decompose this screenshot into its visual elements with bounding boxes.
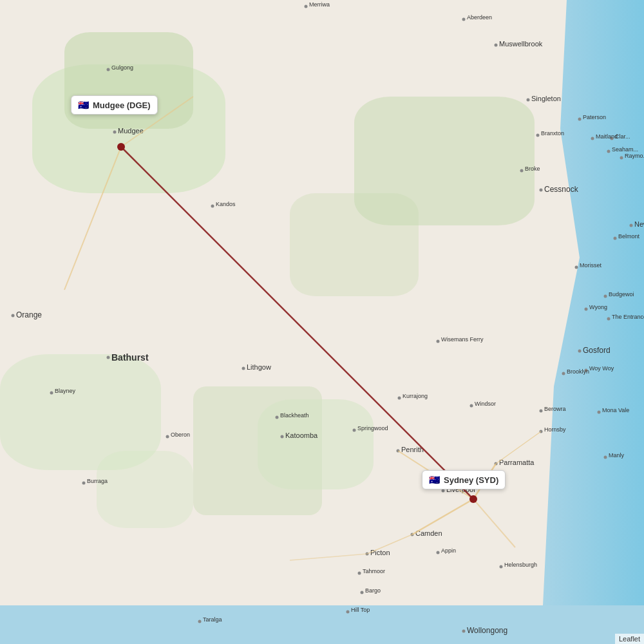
city-dot bbox=[578, 350, 582, 353]
terrain-patch-7 bbox=[97, 451, 193, 528]
sydney-airport-dot bbox=[469, 495, 477, 503]
city-dot bbox=[607, 150, 611, 153]
city-dot bbox=[540, 430, 543, 433]
city-dot bbox=[12, 314, 15, 317]
city-dot bbox=[630, 224, 633, 227]
city-dot bbox=[585, 369, 588, 372]
city-dot bbox=[604, 456, 607, 459]
city-dot bbox=[604, 295, 607, 298]
city-dot bbox=[397, 450, 400, 453]
city-dot bbox=[305, 5, 308, 8]
city-dot bbox=[527, 99, 530, 102]
city-dot bbox=[107, 68, 110, 71]
city-dot bbox=[361, 591, 364, 594]
city-dot bbox=[495, 462, 498, 466]
city-dot bbox=[113, 131, 117, 134]
city-dot bbox=[536, 134, 540, 137]
city-dot bbox=[211, 205, 214, 208]
city-dot bbox=[462, 18, 466, 21]
city-dot bbox=[82, 482, 86, 485]
city-dot bbox=[607, 317, 611, 321]
city-dot bbox=[520, 169, 524, 173]
terrain-patch-2 bbox=[64, 32, 193, 129]
city-dot bbox=[462, 630, 466, 633]
city-dot bbox=[620, 156, 623, 160]
city-dot bbox=[540, 189, 543, 192]
map-container: MerriwaAberdeenMuswellbrookGulgongSingle… bbox=[0, 0, 644, 644]
city-dot bbox=[107, 356, 110, 359]
attribution-text: Leaflet bbox=[619, 635, 640, 643]
city-dot bbox=[166, 435, 169, 439]
terrain-patch-8 bbox=[290, 193, 419, 296]
city-dot bbox=[242, 367, 245, 370]
city-dot bbox=[366, 553, 369, 556]
city-dot bbox=[614, 237, 617, 240]
city-dot bbox=[500, 565, 503, 569]
city-dot bbox=[591, 137, 594, 140]
city-dot bbox=[470, 404, 473, 408]
terrain-patch-5 bbox=[258, 399, 374, 489]
city-dot bbox=[198, 620, 202, 623]
city-dot bbox=[353, 429, 356, 432]
city-dot bbox=[598, 411, 601, 414]
city-dot bbox=[495, 44, 498, 47]
city-dot bbox=[575, 266, 578, 269]
city-dot bbox=[411, 533, 414, 536]
map-attribution: Leaflet bbox=[615, 634, 644, 644]
city-dot bbox=[346, 611, 350, 614]
city-dot bbox=[611, 137, 614, 140]
city-dot bbox=[585, 308, 588, 311]
city-dot bbox=[398, 397, 401, 400]
city-dot bbox=[540, 410, 543, 413]
city-dot bbox=[578, 118, 582, 121]
city-dot bbox=[50, 392, 53, 395]
city-dot bbox=[437, 551, 440, 554]
mudgee-airport-dot bbox=[117, 143, 125, 151]
city-dot bbox=[358, 572, 361, 575]
city-dot bbox=[442, 489, 445, 493]
city-dot bbox=[437, 340, 440, 343]
city-dot bbox=[281, 435, 284, 439]
city-dot bbox=[562, 372, 565, 375]
ocean-bottom bbox=[0, 605, 644, 644]
city-dot bbox=[276, 416, 279, 419]
